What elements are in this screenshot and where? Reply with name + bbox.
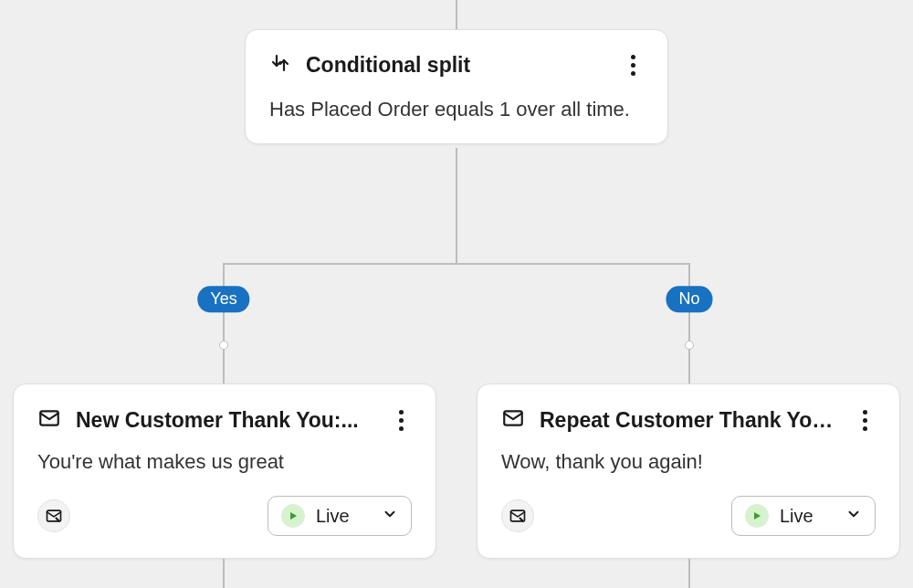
branch-yes-badge: Yes [197,286,249,312]
email-node-repeat-customer[interactable]: Repeat Customer Thank You:... Wow, thank… [477,383,900,559]
status-label: Live [780,506,813,527]
node-title: New Customer Thank You:... [76,408,375,433]
node-menu-button[interactable] [854,410,876,431]
node-title: Repeat Customer Thank You:... [540,408,839,433]
node-condition: Has Placed Order equals 1 over all time. [269,98,644,121]
connector-top [456,0,457,29]
node-footer: Live [501,496,876,536]
node-header: New Customer Thank You:... [37,406,412,434]
template-icon[interactable] [37,499,70,532]
template-icon[interactable] [501,499,534,532]
status-label: Live [316,506,350,527]
connector-horizontal [223,263,690,265]
node-title: Conditional split [306,53,607,78]
email-icon [501,406,525,434]
connector-left [223,263,225,383]
node-header: Conditional split [269,52,644,78]
chevron-down-icon [382,506,398,527]
status-dropdown[interactable]: Live [731,496,876,536]
connector-mid [456,148,457,263]
connector-out-right [688,559,690,588]
play-icon [745,504,769,528]
play-icon [281,504,305,528]
connector-dot-left [219,341,228,350]
email-node-new-customer[interactable]: New Customer Thank You:... You're what m… [13,383,436,559]
connector-right [688,263,690,383]
connector-dot-right [685,341,694,350]
chevron-down-icon [845,506,862,527]
status-dropdown[interactable]: Live [268,496,412,536]
node-menu-button[interactable] [390,410,412,431]
node-menu-button[interactable] [622,55,644,76]
split-icon [269,52,291,78]
email-preview: You're what makes us great [37,450,412,474]
connector-out-left [223,559,225,588]
branch-no-badge: No [666,286,712,312]
conditional-split-node[interactable]: Conditional split Has Placed Order equal… [245,29,668,144]
flow-canvas: Conditional split Has Placed Order equal… [0,0,913,588]
email-preview: Wow, thank you again! [501,450,876,474]
email-icon [37,406,61,434]
node-footer: Live [37,496,412,536]
node-header: Repeat Customer Thank You:... [501,406,876,434]
